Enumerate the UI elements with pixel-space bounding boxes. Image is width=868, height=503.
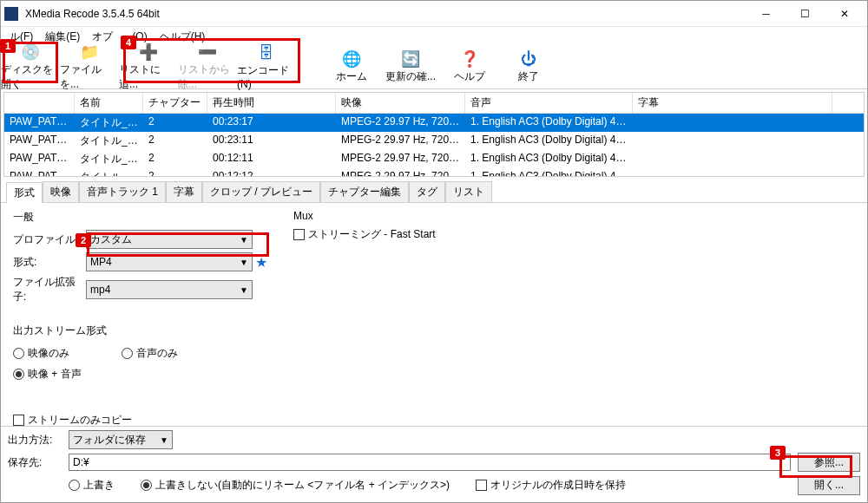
exit-icon: ⏻ [518, 50, 539, 68]
tab-5[interactable]: チャプター編集 [320, 181, 409, 202]
chevron-down-icon: ▼ [240, 258, 248, 267]
col-name[interactable]: 名前 [75, 93, 143, 113]
mux-group-title: Mux [293, 210, 436, 222]
general-group-title: 一般 [13, 210, 267, 225]
app-icon [4, 7, 18, 21]
chevron-down-icon: ▼ [160, 435, 168, 445]
check-keep-date[interactable]: オリジナルの作成日時を保持 [476, 478, 626, 493]
col-audio[interactable]: 音声 [465, 93, 633, 113]
toolbar-open-file[interactable]: 📁ファイルを... [60, 47, 119, 88]
close-button[interactable]: ✕ [825, 2, 864, 26]
output-method-combo[interactable]: フォルダに保存 ▼ [69, 430, 173, 449]
check-stream-copy[interactable]: ストリームのみコピー [13, 413, 267, 426]
radio-audio-only[interactable]: 音声のみ [122, 346, 178, 361]
titlebar: XMedia Recode 3.5.4.5 64bit ─ ☐ ✕ [1, 1, 867, 27]
favorite-icon[interactable]: ★ [255, 254, 267, 271]
tab-3[interactable]: 字幕 [166, 181, 202, 202]
toolbar-exit[interactable]: ⏻終了 [499, 47, 558, 88]
ext-label: ファイル拡張子: [13, 275, 86, 304]
encode-icon: 🗄 [256, 44, 277, 62]
output-panel: 出力方法: フォルダに保存 ▼ 保存先: 参照... 上書き 上書きしない(自動… [1, 426, 867, 502]
tab-6[interactable]: タグ [409, 181, 445, 202]
toolbar-add-list[interactable]: ➕リストに追... [119, 47, 178, 88]
toolbar: 💿ディスクを開く📁ファイルを...➕リストに追...➖リストから除...🗄エンコ… [1, 46, 867, 89]
chevron-down-icon: ▼ [240, 285, 248, 295]
update-icon: 🔄 [400, 50, 421, 68]
tab-4[interactable]: クロップ / プレビュー [202, 181, 320, 202]
home-icon: 🌐 [341, 50, 362, 68]
profile-combo[interactable]: カスタム ▼ [86, 230, 253, 249]
toolbar-home[interactable]: 🌐ホーム [322, 47, 381, 88]
check-streaming[interactable]: ストリーミング - Fast Start [293, 227, 436, 242]
help-icon: ❓ [459, 50, 480, 68]
table-row[interactable]: PAW_PATR... タイトル_06 ... 2 00:12:12 MPEG-… [4, 168, 864, 177]
radio-no-overwrite[interactable]: 上書きしない(自動的にリネーム <ファイル名 + インデックス>) [141, 478, 450, 493]
open-disc-icon: 💿 [20, 43, 41, 61]
toolbar-open-disc[interactable]: 💿ディスクを開く [1, 47, 60, 88]
toolbar-update[interactable]: 🔄更新の確... [381, 47, 440, 88]
remove-list-icon: ➖ [197, 43, 218, 61]
window-title: XMedia Recode 3.5.4.5 64bit [25, 8, 746, 20]
format-label: 形式: [13, 255, 86, 270]
maximize-button[interactable]: ☐ [786, 2, 825, 26]
open-button[interactable]: 開く... [798, 476, 860, 495]
col-video[interactable]: 映像 [336, 93, 465, 113]
table-row[interactable]: PAW_PATR... タイトル_05 ... 2 00:12:11 MPEG-… [4, 150, 864, 168]
dest-input[interactable] [69, 454, 791, 471]
format-combo[interactable]: MP4 ▼ [86, 252, 253, 271]
tab-2[interactable]: 音声トラック 1 [79, 181, 166, 202]
radio-overwrite[interactable]: 上書き [69, 478, 115, 493]
toolbar-encode[interactable]: 🗄エンコード(N) [237, 47, 296, 88]
table-row[interactable]: PAW_PATR... タイトル_03 ... 2 00:23:17 MPEG-… [4, 114, 864, 132]
col-duration[interactable]: 再生時間 [207, 93, 336, 113]
table-header: 名前 チャプター 再生時間 映像 音声 字幕 [4, 93, 864, 114]
tab-7[interactable]: リスト [445, 181, 492, 202]
table-row[interactable]: PAW_PATR... タイトル_04 ... 2 00:23:11 MPEG-… [4, 132, 864, 150]
output-method-label: 出力方法: [8, 433, 62, 447]
browse-button[interactable]: 参照... [798, 453, 860, 472]
format-tab-content: 一般 プロファイル: カスタム ▼ 形式: MP4 ▼ ★ ファイル拡張子: [1, 202, 867, 426]
tab-0[interactable]: 形式 [6, 182, 43, 203]
tab-1[interactable]: 映像 [43, 181, 79, 202]
toolbar-remove-list[interactable]: ➖リストから除... [178, 47, 237, 88]
profile-label: プロファイル: [13, 232, 86, 247]
file-table[interactable]: 名前 チャプター 再生時間 映像 音声 字幕 PAW_PATR... タイトル_… [3, 92, 865, 177]
toolbar-help[interactable]: ❓ヘルプ [440, 47, 499, 88]
col-chapter[interactable]: チャプター [143, 93, 207, 113]
radio-video-only[interactable]: 映像のみ [13, 346, 69, 361]
open-file-icon: 📁 [79, 43, 100, 61]
chevron-down-icon: ▼ [240, 235, 248, 245]
radio-video-audio[interactable]: 映像 + 音声 [13, 367, 267, 382]
dest-label: 保存先: [8, 455, 62, 470]
output-stream-title: 出力ストリーム形式 [13, 323, 267, 338]
ext-combo[interactable]: mp4 ▼ [86, 280, 253, 299]
add-list-icon: ➕ [138, 43, 159, 61]
tabs: 形式映像音声トラック 1字幕クロップ / プレビューチャプター編集タグリスト [1, 180, 867, 202]
col-subtitle[interactable]: 字幕 [633, 93, 832, 113]
menubar: ル(F) 編集(E) オプ (O) ヘルプ(H) [1, 27, 867, 46]
minimize-button[interactable]: ─ [746, 2, 786, 26]
